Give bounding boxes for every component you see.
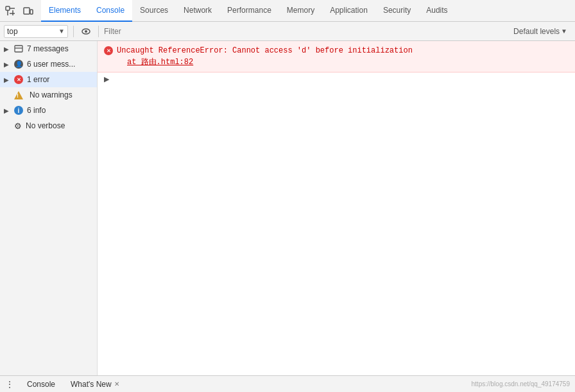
svg-rect-9 [15,46,22,52]
bottom-tab-whats-new[interactable]: What's New ✕ [68,379,122,390]
dropdown-arrow-icon: ▼ [58,28,65,35]
expand-arrow-icon: ▶ [4,46,10,53]
tab-application[interactable]: Application [322,0,375,22]
devtools-icons [3,3,41,19]
tab-security[interactable]: Security [375,0,418,22]
bottom-tab-console[interactable]: Console [24,379,58,390]
tab-network[interactable]: Network [176,0,219,22]
console-toolbar: top ▼ Default levels ▼ [0,22,575,41]
sidebar-item-verbose[interactable]: ⚙ No verbose [0,118,97,133]
sidebar-item-user-messages[interactable]: ▶ 👤 6 user mess... [0,56,97,72]
error-location-link[interactable]: at 路由.html:82 [127,58,193,67]
sidebar-item-info[interactable]: ▶ i 6 info [0,103,97,118]
sidebar-item-errors[interactable]: ▶ 1 error [0,72,97,87]
tab-console[interactable]: Console [89,0,132,22]
inspect-icon[interactable] [3,3,18,19]
expand-arrow-icon: ▶ [4,107,10,114]
more-options-icon[interactable]: ⋮ [5,379,14,389]
expand-arrow-icon: ▶ [4,61,10,68]
warning-icon [14,91,23,99]
sidebar-item-all-messages[interactable]: ▶ 7 messages [0,41,97,56]
sidebar-item-warnings[interactable]: No warnings [0,87,97,103]
console-expand-arrow-icon[interactable]: ▶ [104,75,109,83]
messages-icon [14,44,23,53]
svg-point-8 [85,30,87,33]
tab-performance[interactable]: Performance [219,0,279,22]
main-area: ▶ 7 messages ▶ 👤 6 user mess... ▶ 1 erro… [0,41,575,375]
console-content: Uncaught ReferenceError: Cannot access '… [98,41,575,375]
toolbar-divider-1 [73,26,74,37]
eye-icon[interactable] [79,24,93,38]
tab-memory[interactable]: Memory [279,0,322,22]
toolbar-divider-2 [98,26,99,37]
svg-rect-5 [24,8,30,14]
bottom-bar: ⋮ Console What's New ✕ https://blog.csdn… [0,375,575,392]
info-icon: i [14,106,23,115]
levels-arrow-icon: ▼ [561,28,567,35]
levels-dropdown[interactable]: Default levels ▼ [510,26,571,37]
tab-audits[interactable]: Audits [418,0,455,22]
device-toolbar-icon[interactable] [21,3,36,19]
expand-arrow-icon: ▶ [4,76,10,83]
svg-rect-6 [30,10,33,14]
user-icon: 👤 [14,60,23,69]
context-selector[interactable]: top ▼ [4,25,68,38]
error-text: Uncaught ReferenceError: Cannot access '… [117,45,413,68]
tab-bar: Elements Console Sources Network Perform… [0,0,575,22]
gear-icon: ⚙ [14,121,22,131]
error-circle-icon [104,46,113,55]
expand-row: ▶ [98,72,575,86]
tab-elements[interactable]: Elements [41,0,89,22]
close-tab-icon[interactable]: ✕ [114,380,119,388]
sidebar: ▶ 7 messages ▶ 👤 6 user mess... ▶ 1 erro… [0,41,98,375]
filter-input[interactable] [104,24,507,38]
error-row: Uncaught ReferenceError: Cannot access '… [98,41,575,72]
tab-sources[interactable]: Sources [132,0,176,22]
svg-rect-0 [6,6,10,10]
error-icon [14,75,23,84]
watermark: https://blog.csdn.net/qq_49174759 [472,380,570,388]
